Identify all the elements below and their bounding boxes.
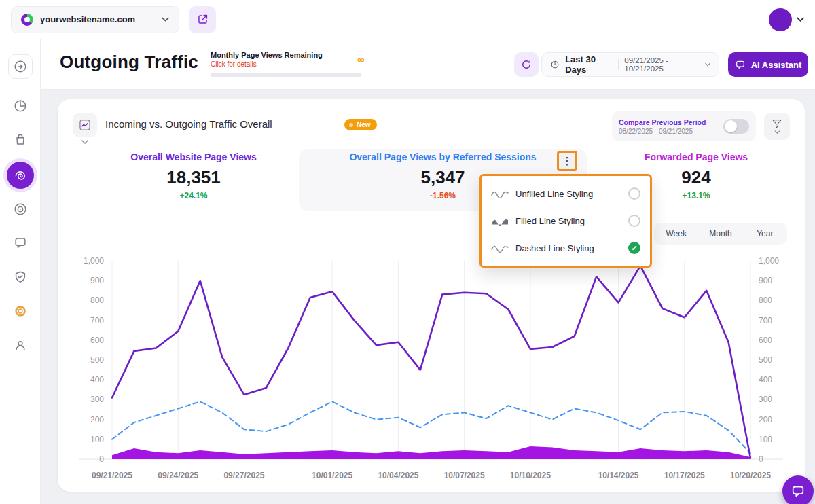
period-tabs: Week Month Year: [654, 223, 787, 245]
unfilled-line-icon: [491, 189, 509, 198]
chat-bubble-icon: [13, 236, 28, 251]
svg-text:800: 800: [759, 295, 772, 305]
sidebar-item-targets[interactable]: [8, 197, 33, 221]
svg-text:10/01/2025: 10/01/2025: [312, 471, 352, 480]
sidebar-item-support[interactable]: [8, 333, 33, 357]
spiral-traffic-icon: [13, 168, 28, 183]
menu-item-filled[interactable]: Filled Line Styling: [482, 207, 650, 234]
toggle-knob: [725, 120, 737, 132]
monthly-page-views[interactable]: Monthly Page Views Remaining Click for d…: [211, 51, 374, 77]
range-preset: Last 30 Days: [565, 54, 613, 75]
infinity-icon: ∞: [357, 54, 365, 65]
sidebar-item-settings[interactable]: [8, 299, 33, 323]
stat-overall-page-views: Overall Website Page Views 18,351 +24.1%: [85, 151, 302, 200]
tab-week[interactable]: Week: [654, 229, 698, 238]
compare-toggle[interactable]: [723, 119, 749, 134]
sidebar: [0, 39, 41, 504]
menu-item-dashed[interactable]: Dashed Line Styling: [482, 234, 650, 262]
topbar: yourwebsitename.com: [0, 0, 815, 39]
menu-item-label: Filled Line Styling: [515, 216, 621, 226]
svg-text:900: 900: [90, 276, 104, 285]
svg-text:10/20/2025: 10/20/2025: [730, 471, 771, 480]
card-title: Incoming vs. Outgoing Traffic Overall: [105, 118, 272, 132]
svg-text:900: 900: [759, 276, 772, 285]
dashed-line-icon: [491, 243, 509, 253]
card-icon-button[interactable]: [73, 113, 97, 137]
page-title: Outgoing Traffic: [60, 52, 198, 73]
sidebar-item-outgoing-traffic[interactable]: [7, 162, 34, 189]
shopping-bag-icon: [13, 132, 28, 147]
line-style-menu: Unfilled Line Styling Filled Line Stylin…: [479, 174, 652, 268]
stat-delta-0: +24.1%: [85, 191, 302, 200]
chart-canvas: 0010010020020030030040040050050060060070…: [70, 254, 793, 485]
account-menu[interactable]: [769, 8, 804, 31]
sidebar-item-security[interactable]: [8, 265, 33, 289]
svg-text:400: 400: [90, 375, 104, 384]
sidebar-item-getting-started[interactable]: [8, 54, 33, 79]
funnel-icon: [772, 119, 782, 128]
sidebar-item-analytics[interactable]: [8, 94, 33, 118]
svg-text:200: 200: [759, 415, 772, 425]
svg-text:0: 0: [99, 454, 104, 464]
traffic-card: Incoming vs. Outgoing Traffic Overall Ne…: [58, 99, 805, 492]
svg-text:1,000: 1,000: [759, 256, 779, 266]
svg-text:0: 0: [759, 454, 763, 464]
sidebar-item-messages[interactable]: [8, 231, 33, 255]
svg-text:10/17/2025: 10/17/2025: [664, 471, 705, 480]
menu-item-unfilled[interactable]: Unfilled Line Styling: [482, 180, 650, 207]
stat-label-2: Forwarded Page Views: [601, 151, 791, 162]
chat-fab-button[interactable]: [782, 475, 814, 504]
new-badge-label: New: [357, 121, 371, 128]
shield-check-icon: [13, 270, 28, 285]
svg-text:09/27/2025: 09/27/2025: [223, 471, 264, 480]
svg-text:300: 300: [759, 395, 772, 404]
chevron-down-icon: [774, 130, 780, 134]
page-header: Outgoing Traffic Monthly Page Views Rema…: [41, 39, 815, 90]
target-icon: [13, 202, 28, 217]
avatar: [769, 8, 792, 31]
tab-year[interactable]: Year: [743, 229, 787, 238]
svg-text:10/07/2025: 10/07/2025: [444, 471, 485, 480]
svg-text:500: 500: [90, 355, 104, 365]
compare-label: Compare Previous Period: [619, 118, 718, 126]
gear-icon: [13, 304, 28, 319]
arrow-circle-icon: [13, 59, 28, 74]
traffic-chart[interactable]: 0010010020020030030040040050050060060070…: [70, 254, 793, 485]
svg-text:400: 400: [759, 375, 772, 384]
chevron-down-icon[interactable]: [82, 140, 88, 144]
radio-unfilled[interactable]: [628, 187, 640, 200]
svg-text:800: 800: [90, 295, 104, 305]
ai-assistant-button[interactable]: AI Assistant: [728, 52, 808, 77]
svg-text:700: 700: [759, 316, 772, 325]
compare-dates: 08/22/2025 - 09/21/2025: [619, 128, 718, 135]
stat-label-0: Overall Website Page Views: [85, 151, 302, 162]
svg-text:500: 500: [759, 355, 772, 365]
badge-dot-icon: [349, 123, 353, 127]
chat-icon: [735, 59, 746, 70]
open-site-button[interactable]: [189, 6, 216, 33]
refresh-button[interactable]: [514, 52, 539, 77]
menu-item-label: Dashed Line Styling: [515, 243, 621, 253]
sidebar-item-orders[interactable]: [8, 128, 33, 152]
monthly-views-details-link[interactable]: Click for details: [211, 60, 374, 68]
clock-icon: [550, 59, 560, 70]
chevron-down-icon: [162, 17, 169, 22]
monthly-views-label: Monthly Page Views Remaining: [211, 51, 374, 59]
svg-text:10/14/2025: 10/14/2025: [598, 471, 638, 480]
tab-month[interactable]: Month: [698, 229, 742, 238]
compare-previous-period: Compare Previous Period 08/22/2025 - 09/…: [612, 111, 756, 141]
svg-text:10/04/2025: 10/04/2025: [378, 471, 418, 480]
new-badge: New: [344, 119, 377, 130]
refresh-icon: [520, 58, 532, 71]
filter-button[interactable]: [764, 113, 790, 140]
date-range-picker[interactable]: Last 30 Days 09/21/2025 - 10/21/2025: [541, 52, 719, 77]
radio-dashed[interactable]: [628, 242, 640, 254]
person-icon: [13, 338, 28, 353]
site-selector[interactable]: yourwebsitename.com: [11, 6, 179, 33]
external-link-icon: [196, 13, 209, 26]
svg-text:10/10/2025: 10/10/2025: [510, 471, 551, 480]
line-style-menu-button[interactable]: ⋮: [557, 151, 577, 171]
chevron-down-icon: [797, 17, 804, 22]
stat-label-1: Overall Page Views by Referred Sessions: [299, 151, 587, 162]
radio-filled[interactable]: [628, 215, 640, 227]
